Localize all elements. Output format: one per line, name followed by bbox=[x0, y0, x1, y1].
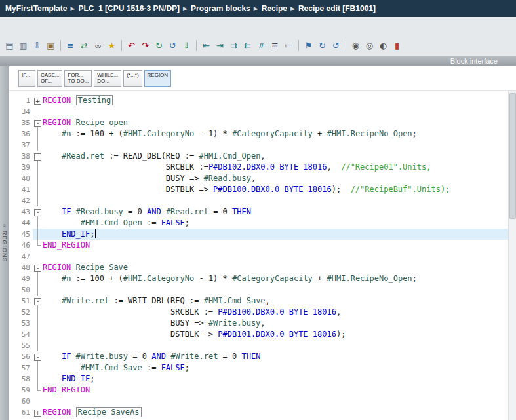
snippet-tab-region[interactable]: REGION bbox=[144, 70, 172, 87]
favorites-icon[interactable]: ★ bbox=[105, 39, 119, 52]
data-block-icon[interactable]: ▮ bbox=[390, 39, 404, 52]
code-line[interactable]: 1+REGION Testing bbox=[9, 95, 516, 106]
collapse-fold-icon[interactable]: - bbox=[34, 354, 41, 361]
code-line[interactable]: 56- IF #Write.busy = 0 AND #Write.ret = … bbox=[9, 351, 516, 362]
code-line[interactable]: 48-REGION Recipe Save bbox=[9, 262, 516, 273]
outdent-icon[interactable]: ⇇ bbox=[241, 39, 254, 52]
snapshot-icon[interactable]: ◎ bbox=[363, 39, 376, 52]
undo-icon[interactable]: ↶ bbox=[125, 39, 138, 52]
synchronize-icon[interactable]: ↺ bbox=[166, 39, 180, 52]
keyboard-download-icon[interactable]: ⇩ bbox=[30, 39, 44, 52]
code-line[interactable]: 43- IF #Read.busy = 0 AND #Read.ret = 0 … bbox=[9, 206, 516, 218]
code-line[interactable]: 34 bbox=[9, 106, 516, 117]
code-line[interactable]: 55 bbox=[9, 340, 516, 351]
copy-block-icon[interactable]: ▣ bbox=[44, 39, 58, 52]
breadcrumb-item[interactable]: Recipe bbox=[262, 4, 287, 13]
line-number: 57 bbox=[9, 362, 33, 373]
code-line[interactable]: 46END_REGION bbox=[9, 240, 516, 251]
code-line[interactable]: 61+REGION Recipe SaveAs bbox=[9, 407, 516, 418]
code-line[interactable]: 58 END_IF; bbox=[9, 373, 516, 385]
breadcrumb: MyFirstTemplate▶PLC_1 [CPU 1516-3 PN/DP]… bbox=[0, 0, 516, 17]
code-line[interactable]: 51- #Write.ret := WRIT_DBL(REQ := #HMI.C… bbox=[9, 296, 516, 307]
snippet-tab-comment[interactable]: (*...*) bbox=[123, 70, 142, 87]
code-text: END_REGION bbox=[43, 240, 90, 251]
update-block-calls-icon[interactable]: ↻ bbox=[152, 39, 166, 52]
expand-fold-icon[interactable]: + bbox=[34, 98, 41, 105]
fold-gutter bbox=[33, 218, 43, 229]
regions-side-tab[interactable]: «REGIONS bbox=[0, 66, 9, 420]
absolute-operands-icon[interactable]: ≡ bbox=[64, 39, 77, 52]
line-number: 47 bbox=[9, 251, 33, 262]
code-line[interactable]: 39 SRCBLK :=P#DB102.DBX0.0 BYTE 18016, /… bbox=[9, 162, 516, 173]
line-numbers-icon[interactable]: ≔ bbox=[282, 39, 296, 52]
collapse-fold-icon[interactable]: - bbox=[34, 120, 41, 127]
fold-gutter bbox=[33, 396, 43, 407]
snippet-tab-case[interactable]: CASE...OF... bbox=[37, 70, 62, 87]
network-numbers-icon[interactable]: ≣ bbox=[268, 39, 282, 52]
code-line[interactable]: 37 bbox=[9, 140, 516, 151]
glasses-icon[interactable]: ∞ bbox=[91, 39, 105, 52]
code-line[interactable]: 57 #HMI.Cmd_Save := FALSE; bbox=[9, 362, 516, 373]
text-cursor bbox=[95, 229, 96, 238]
insert-block-title-icon[interactable]: ▥ bbox=[16, 39, 30, 52]
code-line[interactable]: 44 #HMI.Cmd_Open := FALSE; bbox=[9, 218, 516, 229]
scrollbar-thumb[interactable] bbox=[509, 93, 516, 219]
expand-fold-icon[interactable]: + bbox=[34, 410, 41, 417]
collapse-fold-icon[interactable]: - bbox=[34, 265, 41, 272]
expand-all-icon[interactable]: ⇤ bbox=[199, 39, 213, 52]
code-line[interactable]: 40 BUSY => #Read.busy, bbox=[9, 173, 516, 184]
toolbar-separator bbox=[60, 40, 61, 51]
fold-gutter bbox=[33, 229, 43, 240]
code-text: #HMI.Cmd_Open := FALSE; bbox=[43, 218, 189, 229]
code-text: DSTBLK => P#DB101.DBX0.0 BYTE 18016); bbox=[43, 329, 346, 340]
fold-gutter: - bbox=[33, 117, 43, 128]
code-line[interactable]: 38- #Read.ret := READ_DBL(REQ := #HMI.Cm… bbox=[9, 151, 516, 162]
watch-table-icon[interactable]: ◐ bbox=[376, 39, 390, 52]
breadcrumb-item[interactable]: Program blocks bbox=[191, 4, 250, 13]
snippet-tab-while[interactable]: WHILE...DO... bbox=[94, 70, 121, 87]
code-line[interactable]: 47 bbox=[9, 251, 516, 262]
line-number: 59 bbox=[9, 385, 33, 396]
code-line[interactable]: 54 DSTBLK => P#DB101.DBX0.0 BYTE 18016); bbox=[9, 329, 516, 340]
collapse-fold-icon[interactable]: - bbox=[34, 209, 41, 216]
code-line[interactable]: 35-REGION Recipe open bbox=[9, 117, 516, 128]
bookmark-flag-icon[interactable]: ⚑ bbox=[302, 39, 315, 52]
code-line[interactable]: 60 bbox=[9, 396, 516, 407]
line-number: 42 bbox=[9, 195, 33, 206]
redo-icon[interactable]: ↷ bbox=[138, 39, 152, 52]
block-interface-bar[interactable]: Block interface bbox=[0, 56, 516, 66]
code-line[interactable]: 50 bbox=[9, 284, 516, 296]
breadcrumb-item[interactable]: MyFirstTemplate bbox=[5, 4, 67, 13]
code-line[interactable]: 42 bbox=[9, 195, 516, 206]
rewire-operands-icon[interactable]: ⇄ bbox=[77, 39, 91, 52]
monitor-icon[interactable]: ◉ bbox=[349, 39, 363, 52]
breadcrumb-item[interactable]: PLC_1 [CPU 1516-3 PN/DP] bbox=[78, 4, 180, 13]
collapse-fold-icon[interactable]: - bbox=[34, 298, 41, 305]
next-bookmark-icon[interactable]: ↻ bbox=[315, 39, 329, 52]
code-line[interactable]: 45 END_IF; bbox=[9, 229, 516, 240]
block-interface-label: Block interface bbox=[450, 57, 498, 65]
code-line[interactable]: 41 DSTBLK => P#DB100.DBX0.0 BYTE 18016);… bbox=[9, 184, 516, 195]
compile-icon[interactable]: ⇓ bbox=[180, 39, 193, 52]
code-line[interactable]: 36 #n := 100 + (#HMI.CategoryNo - 1) * #… bbox=[9, 128, 516, 140]
insert-network-icon[interactable]: ▤ bbox=[3, 39, 16, 52]
code-line[interactable]: 59END_REGION bbox=[9, 385, 516, 396]
breadcrumb-item[interactable]: Recipe edit [FB1001] bbox=[298, 4, 376, 13]
collapse-fold-icon[interactable]: - bbox=[34, 153, 41, 161]
line-number: 38 bbox=[9, 151, 33, 162]
line-number: 54 bbox=[9, 329, 33, 340]
code-line[interactable]: 53 BUSY => #Write.busy, bbox=[9, 318, 516, 329]
code-line[interactable]: 49 #n := 100 + (#HMI.CategoryNo - 1) * #… bbox=[9, 273, 516, 284]
vertical-scrollbar[interactable] bbox=[508, 91, 516, 420]
grid-icon[interactable]: # bbox=[254, 39, 268, 52]
fold-gutter bbox=[33, 340, 43, 351]
code-line[interactable]: 52 SRCBLK := P#DB100.DBX0.0 BYTE 18016, bbox=[9, 307, 516, 318]
snippet-tab-for[interactable]: FOR...TO DO... bbox=[64, 70, 92, 87]
collapse-all-icon[interactable]: ⇥ bbox=[213, 39, 227, 52]
code-area[interactable]: 1+REGION Testing3435-REGION Recipe open3… bbox=[9, 91, 516, 418]
indent-icon[interactable]: ⇉ bbox=[227, 39, 241, 52]
code-text: #n := 100 + (#HMI.CategoryNo - 1) * #Cat… bbox=[43, 273, 417, 284]
fold-gutter: - bbox=[33, 351, 43, 362]
previous-bookmark-icon[interactable]: ↺ bbox=[329, 39, 343, 52]
snippet-tab-if[interactable]: IF... bbox=[18, 70, 35, 87]
